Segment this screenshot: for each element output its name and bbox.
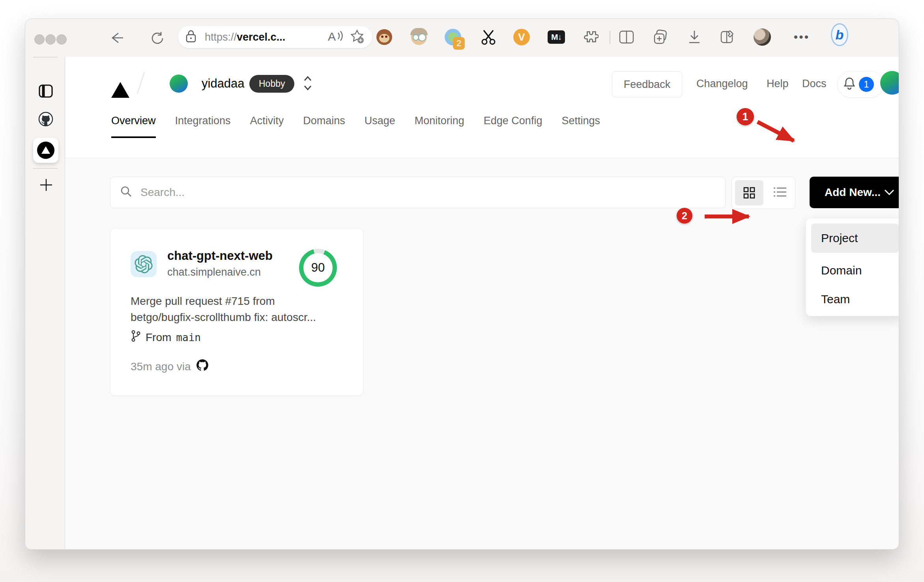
more-menu-icon[interactable]: •••: [793, 28, 810, 46]
add-new-menu: Project Domain Team: [806, 218, 899, 316]
proxy-extension-icon[interactable]: 2: [444, 28, 462, 46]
tab-edge-config[interactable]: Edge Config: [484, 115, 542, 138]
deploy-meta: 35m ago via: [131, 358, 209, 375]
collections-icon[interactable]: [652, 28, 669, 46]
team-switcher-icon[interactable]: [303, 73, 313, 95]
tab-activity[interactable]: Activity: [250, 115, 284, 138]
tab-integrations[interactable]: Integrations: [175, 115, 231, 138]
vercel-favicon: [37, 142, 54, 159]
extensions-puzzle-icon[interactable]: [582, 28, 599, 46]
grid-view-button[interactable]: [735, 180, 763, 205]
url-text[interactable]: https://vercel.c...: [205, 31, 285, 43]
markdown-download-extension-icon[interactable]: M↓: [548, 28, 565, 46]
downloads-icon[interactable]: [686, 28, 703, 46]
commit-message[interactable]: Merge pull request #715 from betgo/bugfi…: [131, 293, 344, 325]
changelog-link[interactable]: Changelog: [696, 78, 748, 90]
tampermonkey-extension-icon[interactable]: [376, 28, 393, 46]
read-aloud-icon[interactable]: A: [328, 30, 344, 45]
sidebar-divider: [33, 57, 58, 58]
menu-item-project[interactable]: Project: [811, 224, 899, 253]
sidebar-divider-2: [33, 168, 58, 169]
branch-info: From main: [131, 330, 201, 345]
branch-prefix: From: [146, 331, 171, 344]
annotation-arrow-2: [702, 207, 769, 227]
tab-usage[interactable]: Usage: [365, 115, 395, 138]
sidebar-toggle-icon[interactable]: [39, 84, 53, 99]
project-tabs: Overview Integrations Activity Domains U…: [111, 115, 600, 138]
annotation-step-1-badge: 1: [737, 108, 754, 125]
user-avatar[interactable]: [880, 71, 899, 95]
git-branch-icon: [131, 330, 141, 345]
vercel-content: Add New... chat-gpt-next-web chat.simple…: [65, 158, 899, 549]
team-name[interactable]: yidadaa: [202, 76, 245, 91]
openai-logo-icon: [131, 251, 157, 277]
tab-settings[interactable]: Settings: [561, 115, 600, 138]
deploy-time: 35m ago via: [131, 360, 191, 373]
team-avatar[interactable]: [170, 75, 188, 93]
tab-monitoring[interactable]: Monitoring: [415, 115, 464, 138]
help-link[interactable]: Help: [767, 78, 789, 90]
svg-text:A: A: [328, 30, 336, 43]
breadcrumb-slash: [137, 72, 145, 94]
traffic-light-zoom[interactable]: [56, 34, 67, 45]
view-toggle: [731, 177, 795, 209]
browser-essentials-icon[interactable]: [719, 28, 736, 46]
notifications-button[interactable]: 1: [837, 71, 884, 98]
extension-badge: 2: [453, 37, 465, 50]
notification-count: 1: [859, 77, 874, 92]
back-icon[interactable]: [109, 31, 124, 48]
commit-line-1: Merge pull request #715 from: [131, 293, 344, 309]
search-input[interactable]: [140, 186, 716, 199]
github-tab-icon[interactable]: [38, 111, 54, 129]
github-icon: [196, 358, 209, 375]
traffic-light-minimize[interactable]: [45, 34, 56, 45]
tab-overview[interactable]: Overview: [111, 115, 156, 138]
chevron-down-icon: [884, 186, 895, 199]
tab-domains[interactable]: Domains: [303, 115, 345, 138]
project-domain[interactable]: chat.simplenaive.cn: [167, 266, 261, 278]
split-screen-icon[interactable]: [618, 28, 635, 46]
commit-line-2: betgo/bugfix-scrollthumb fix: autoscr...: [131, 309, 344, 325]
bell-icon: [843, 76, 856, 92]
favorite-star-icon[interactable]: [350, 29, 364, 45]
vercel-logo[interactable]: [111, 75, 129, 82]
v-extension-icon[interactable]: V: [513, 28, 530, 46]
vercel-tab-active[interactable]: [33, 138, 58, 163]
project-search[interactable]: [110, 177, 726, 208]
address-bar[interactable]: https://vercel.c... A: [178, 26, 372, 48]
refresh-icon[interactable]: [150, 31, 165, 48]
annotation-step-2-badge: 2: [677, 208, 692, 224]
branch-name: main: [176, 332, 201, 343]
bing-chat-icon[interactable]: b: [831, 26, 848, 43]
browser-window: https://vercel.c... A 2 V M↓: [25, 19, 899, 550]
edge-sidebar: [25, 57, 65, 549]
menu-item-team[interactable]: Team: [811, 285, 899, 314]
clipper-extension-icon[interactable]: [480, 28, 497, 46]
score-value: 90: [303, 253, 333, 282]
annotation-arrow-1: [754, 116, 817, 160]
list-view-button[interactable]: [773, 186, 787, 200]
traffic-light-close[interactable]: [34, 34, 45, 45]
add-new-button[interactable]: Add New...: [810, 177, 899, 208]
search-icon: [120, 185, 133, 200]
score-ring[interactable]: 90: [299, 249, 337, 287]
project-card[interactable]: chat-gpt-next-web chat.simplenaive.cn 90…: [110, 228, 363, 396]
translator-extension-icon[interactable]: [410, 28, 428, 46]
toolbar-divider: [610, 31, 610, 44]
feedback-button[interactable]: Feedback: [612, 71, 682, 97]
desktop: https://vercel.c... A 2 V M↓: [0, 0, 924, 582]
new-tab-icon[interactable]: [39, 178, 53, 193]
menu-item-domain[interactable]: Domain: [811, 256, 899, 285]
docs-link[interactable]: Docs: [802, 78, 827, 90]
add-new-label: Add New...: [825, 186, 881, 199]
plan-badge: Hobby: [249, 75, 294, 93]
lock-icon: [186, 30, 196, 44]
profile-avatar[interactable]: [754, 28, 771, 46]
project-name[interactable]: chat-gpt-next-web: [167, 249, 273, 263]
